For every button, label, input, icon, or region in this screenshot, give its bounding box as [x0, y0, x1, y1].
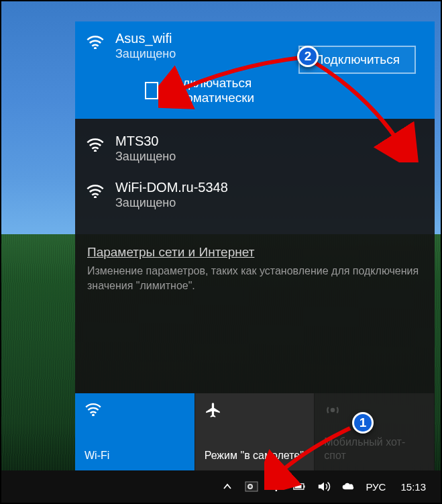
svg-point-3 — [92, 414, 95, 416]
svg-rect-11 — [304, 485, 305, 487]
svg-point-0 — [94, 47, 97, 49]
tray-onedrive-icon[interactable] — [341, 480, 355, 493]
svg-text:*: * — [269, 480, 272, 487]
tray-clock[interactable]: 15:13 — [400, 481, 426, 493]
wifi-icon — [86, 136, 105, 152]
network-name: WiFi-DOM.ru-5348 — [115, 180, 424, 195]
tray-battery-icon[interactable] — [293, 480, 307, 493]
auto-connect-checkbox[interactable] — [145, 82, 158, 99]
network-item[interactable]: WiFi-DOM.ru-5348 Защищено — [75, 170, 435, 217]
svg-point-9 — [276, 490, 278, 492]
tile-label: Wi-Fi — [85, 449, 185, 462]
network-item-selected[interactable]: Asus_wifi Защищено Подключаться автомати… — [75, 21, 435, 119]
wifi-icon — [86, 183, 105, 199]
tile-label: Режим "в самолете" — [205, 449, 305, 462]
network-settings-description: Изменение параметров, таких как установл… — [87, 264, 423, 293]
airplane-icon — [205, 401, 222, 416]
network-name: Asus_wifi — [115, 31, 298, 46]
network-status: Защищено — [115, 196, 424, 210]
network-name: MTS30 — [115, 134, 424, 149]
auto-connect-label: Подключаться автоматически — [166, 76, 298, 105]
tile-airplane[interactable]: Режим "в самолете" — [195, 393, 315, 470]
hotspot-icon — [324, 401, 341, 416]
taskbar: * РУС 15:13 — [1, 470, 441, 503]
network-flyout: Asus_wifi Защищено Подключаться автомати… — [75, 21, 435, 470]
tile-label: Мобильный хот-спот — [324, 436, 425, 462]
tray-language[interactable]: РУС — [366, 481, 386, 493]
svg-point-1 — [94, 150, 97, 152]
annotation-badge-1: 1 — [352, 412, 374, 434]
wifi-icon — [85, 401, 102, 416]
svg-point-2 — [94, 196, 97, 198]
tray-chevron-icon[interactable] — [221, 480, 234, 493]
network-status: Защищено — [115, 47, 298, 61]
network-settings-section: Параметры сети и Интернет Изменение пара… — [75, 232, 435, 303]
svg-point-7 — [249, 485, 252, 488]
quick-action-tiles: Wi-Fi Режим "в самолете" Мобильный хот-с… — [75, 393, 435, 470]
annotation-badge-2: 2 — [297, 46, 319, 67]
tray-app-icon[interactable] — [245, 480, 258, 493]
network-settings-link[interactable]: Параметры сети и Интернет — [87, 245, 423, 260]
svg-point-4 — [331, 408, 335, 413]
tray-network-icon[interactable]: * — [269, 480, 282, 493]
svg-rect-12 — [295, 485, 302, 489]
wifi-icon — [86, 34, 105, 50]
tray-volume-icon[interactable] — [317, 480, 331, 493]
network-item[interactable]: MTS30 Защищено — [75, 124, 435, 170]
tile-hotspot: Мобильный хот-спот — [315, 393, 435, 470]
tile-wifi[interactable]: Wi-Fi — [75, 393, 195, 470]
network-status: Защищено — [115, 150, 424, 164]
